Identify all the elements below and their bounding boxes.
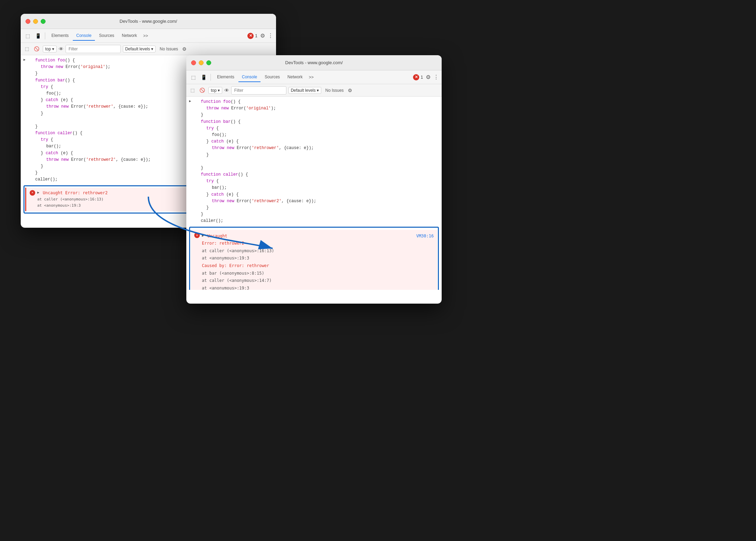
tab-bar-1: ⬚ 📱 Elements Console Sources Network >> … bbox=[21, 29, 276, 43]
error-count-1: ✕ bbox=[247, 33, 254, 39]
context-selector-1[interactable]: top ▾ bbox=[43, 46, 57, 52]
enhanced-error-content-2: Error: rethrower2 at caller (<anonymous>… bbox=[194, 240, 434, 290]
code-line-2-11: } bbox=[193, 165, 319, 171]
tabs-1: Elements Console Sources Network >> bbox=[48, 31, 150, 41]
expand-arrow-error-1[interactable]: ▶ bbox=[37, 190, 39, 196]
code-line-2-18: } bbox=[193, 211, 319, 218]
window-title-2: DevTools - www.google.com/ bbox=[285, 60, 343, 65]
close-button-2[interactable] bbox=[191, 60, 196, 65]
error-detail-line-3: at <anonymous>:19:3 bbox=[202, 255, 434, 262]
tab-network-1[interactable]: Network bbox=[118, 31, 140, 41]
filter-input-1[interactable] bbox=[66, 45, 121, 53]
minimize-button-1[interactable] bbox=[33, 19, 38, 24]
inspect-icon[interactable]: ⬚ bbox=[23, 32, 32, 40]
default-levels-label-2: Default levels bbox=[291, 88, 316, 93]
default-levels-2[interactable]: Default levels ▾ bbox=[288, 87, 321, 94]
code-line-2-2: throw new Error('original'); bbox=[193, 105, 319, 112]
tab-sources-1[interactable]: Sources bbox=[96, 31, 118, 41]
expand-arrow-2[interactable]: ▶ bbox=[189, 99, 191, 104]
clear-console-2[interactable]: 🚫 bbox=[198, 87, 206, 94]
context-selector-2[interactable]: top ▾ bbox=[208, 87, 222, 94]
close-button-1[interactable] bbox=[26, 19, 30, 24]
enhanced-error-block-2: ✕ ▶ Uncaught VM30:16 Error: rethrower2 a… bbox=[191, 230, 437, 290]
code-line-2-8: throw new Error('rethrower', {cause: e})… bbox=[193, 145, 319, 151]
code-line-2-14: bar(); bbox=[193, 185, 319, 191]
default-levels-label-1: Default levels bbox=[125, 47, 150, 51]
settings-button-1[interactable]: ⚙ bbox=[260, 32, 265, 39]
code-line-17: } bbox=[27, 163, 154, 170]
code-line-2-6: foo(); bbox=[193, 132, 319, 138]
console-settings-2[interactable]: ⚙ bbox=[348, 88, 352, 93]
console-content-2: ▶ function foo() { throw new Error('orig… bbox=[186, 97, 442, 290]
error-badge-2: ✕ 1 bbox=[413, 74, 423, 80]
inspect-icon-2[interactable]: ⬚ bbox=[189, 73, 197, 81]
code-line-10 bbox=[27, 117, 154, 124]
code-line-2: throw new Error('original'); bbox=[27, 64, 154, 70]
code-line-2-17: } bbox=[193, 205, 319, 211]
title-bar-2: DevTools - www.google.com/ bbox=[186, 55, 442, 70]
default-levels-1[interactable]: Default levels ▾ bbox=[123, 46, 156, 52]
error-title-1: Uncaught Error: rethrower2 bbox=[43, 190, 108, 196]
code-line-18: } bbox=[27, 170, 154, 176]
minimize-button-2[interactable] bbox=[199, 60, 204, 65]
tab-console-2[interactable]: Console bbox=[238, 72, 261, 82]
sep-2 bbox=[210, 74, 211, 81]
more-button-1[interactable]: ⋮ bbox=[268, 32, 273, 39]
vm-link[interactable]: VM30:16 bbox=[416, 233, 434, 240]
error-count-label-1: 1 bbox=[255, 33, 257, 38]
title-bar-1: DevTools - www.google.com/ bbox=[21, 14, 276, 29]
code-line-9: } bbox=[27, 110, 154, 117]
tab-overflow-2[interactable]: >> bbox=[307, 73, 316, 81]
error-detail-line-2: at caller (<anonymous>:16:13) bbox=[202, 247, 434, 255]
settings-button-2[interactable]: ⚙ bbox=[426, 74, 431, 80]
code-line-11: } bbox=[27, 124, 154, 130]
tab-elements-1[interactable]: Elements bbox=[48, 31, 72, 41]
chevron-down-icon-3: ▾ bbox=[218, 88, 220, 93]
device-icon[interactable]: 📱 bbox=[34, 32, 42, 40]
sidebar-toggle-1[interactable]: ⬚ bbox=[23, 46, 30, 52]
error-detail-line-5: at bar (<anonymous>:8:15) bbox=[202, 270, 434, 277]
code-line-2-15: } catch (e) { bbox=[193, 191, 319, 198]
error-detail-line-7: at <anonymous>:19:3 bbox=[202, 285, 434, 290]
console-toolbar-1: ⬚ 🚫 top ▾ 👁 Default levels ▾ No Issues ⚙ bbox=[21, 43, 276, 55]
tab-sources-2[interactable]: Sources bbox=[261, 72, 283, 82]
error-count-label-2: 1 bbox=[421, 75, 423, 80]
tab-elements-2[interactable]: Elements bbox=[214, 72, 238, 82]
eye-icon-2[interactable]: 👁 bbox=[224, 88, 229, 93]
sidebar-toggle-2[interactable]: ⬚ bbox=[189, 87, 196, 94]
more-button-2[interactable]: ⋮ bbox=[433, 74, 439, 80]
code-line-12: function caller() { bbox=[27, 130, 154, 137]
code-line-2-7: } catch (e) { bbox=[193, 138, 319, 145]
console-toolbar-2: ⬚ 🚫 top ▾ 👁 Default levels ▾ No Issues ⚙ bbox=[186, 84, 442, 97]
clear-console-1[interactable]: 🚫 bbox=[32, 46, 41, 52]
error-icon-1: ✕ bbox=[30, 190, 35, 196]
code-line-19: caller(); bbox=[27, 176, 154, 183]
maximize-button-1[interactable] bbox=[41, 19, 46, 24]
code-line-2-19: caller(); bbox=[193, 218, 319, 224]
eye-icon-1[interactable]: 👁 bbox=[59, 46, 63, 52]
top-label-2: top bbox=[211, 88, 217, 93]
code-line-2-16: throw new Error('rethrower2', {cause: e}… bbox=[193, 198, 319, 205]
console-settings-1[interactable]: ⚙ bbox=[182, 46, 187, 52]
window-title-1: DevTools - www.google.com/ bbox=[120, 19, 177, 24]
code-line-13: try { bbox=[27, 137, 154, 143]
tab-console-1[interactable]: Console bbox=[73, 31, 95, 41]
code-line-2-9: } bbox=[193, 152, 319, 158]
tab-overflow-1[interactable]: >> bbox=[141, 32, 150, 40]
error-icon-2: ✕ bbox=[194, 233, 200, 238]
traffic-lights-1 bbox=[26, 19, 46, 24]
device-icon-2[interactable]: 📱 bbox=[199, 73, 208, 81]
error-detail-line-1: Error: rethrower2 bbox=[202, 240, 434, 247]
tabs-2: Elements Console Sources Network >> bbox=[214, 72, 316, 82]
code-line-8: throw new Error('rethrower', {cause: e})… bbox=[27, 104, 154, 110]
tab-network-2[interactable]: Network bbox=[284, 72, 306, 82]
expand-arrow-1[interactable]: ▶ bbox=[23, 57, 26, 63]
expand-arrow-error-2[interactable]: ▶ bbox=[202, 233, 204, 239]
maximize-button-2[interactable] bbox=[206, 60, 211, 65]
traffic-lights-2 bbox=[191, 60, 211, 65]
chevron-down-icon-1: ▾ bbox=[52, 47, 54, 51]
filter-input-2[interactable] bbox=[231, 86, 286, 95]
chevron-down-icon-2: ▾ bbox=[151, 47, 153, 51]
enhanced-error-header-2: ✕ ▶ Uncaught VM30:16 bbox=[194, 233, 434, 240]
code-line-6: foo(); bbox=[27, 90, 154, 97]
